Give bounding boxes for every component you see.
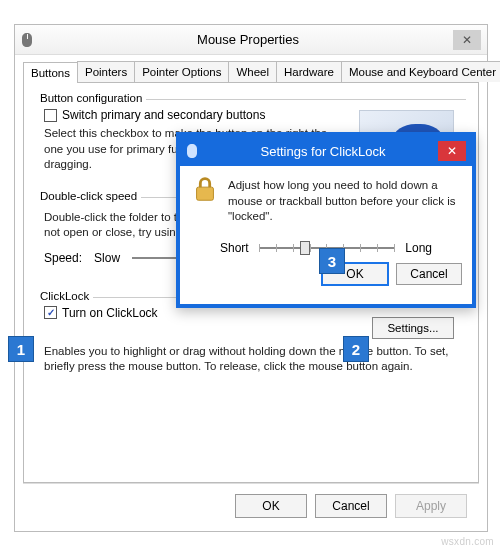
tab-pointers[interactable]: Pointers (77, 61, 135, 82)
group-clicklock: ClickLock Turn on ClickLock Settings... … (36, 297, 466, 385)
switch-buttons-checkbox[interactable] (44, 109, 57, 122)
lock-icon (190, 174, 220, 204)
switch-buttons-label: Switch primary and secondary buttons (62, 108, 265, 122)
window-title: Mouse Properties (43, 32, 453, 47)
mouse-icon (186, 143, 202, 159)
clicklock-checkbox-label: Turn on ClickLock (62, 306, 158, 320)
mouse-icon (21, 32, 37, 48)
modal-title: Settings for ClickLock (208, 144, 438, 159)
ok-button[interactable]: OK (235, 494, 307, 518)
clicklock-help: Enables you to highlight or drag without… (44, 344, 458, 375)
callout-2: 2 (343, 336, 369, 362)
slider-long-label: Long (405, 241, 432, 255)
speed-slow-label: Slow (94, 251, 120, 265)
clicklock-settings-dialog: Settings for ClickLock ✕ Adjust how long… (176, 132, 476, 308)
modal-titlebar[interactable]: Settings for ClickLock ✕ (180, 136, 472, 166)
speed-label: Speed: (44, 251, 82, 265)
close-button[interactable]: ✕ (453, 30, 481, 50)
clicklock-checkbox[interactable] (44, 306, 57, 319)
tab-pointer-options[interactable]: Pointer Options (134, 61, 229, 82)
modal-close-button[interactable]: ✕ (438, 141, 466, 161)
group-label: Button configuration (36, 92, 146, 104)
modal-cancel-button[interactable]: Cancel (396, 263, 462, 285)
group-label: ClickLock (36, 290, 93, 302)
modal-help: Adjust how long you need to hold down a … (228, 178, 462, 225)
group-label: Double-click speed (36, 190, 141, 202)
watermark: wsxdn.com (441, 536, 494, 547)
tab-strip: Buttons Pointers Pointer Options Wheel H… (23, 61, 479, 83)
tab-mouse-keyboard-center[interactable]: Mouse and Keyboard Center (341, 61, 500, 82)
slider-short-label: Short (220, 241, 249, 255)
titlebar[interactable]: Mouse Properties ✕ (15, 25, 487, 55)
slider-thumb[interactable] (300, 241, 310, 255)
tab-wheel[interactable]: Wheel (228, 61, 277, 82)
callout-3: 3 (319, 248, 345, 274)
callout-1: 1 (8, 336, 34, 362)
modal-body: Adjust how long you need to hold down a … (180, 166, 472, 233)
svg-rect-0 (197, 187, 214, 200)
tab-buttons[interactable]: Buttons (23, 62, 78, 83)
cancel-button[interactable]: Cancel (315, 494, 387, 518)
tab-hardware[interactable]: Hardware (276, 61, 342, 82)
clicklock-settings-button[interactable]: Settings... (372, 317, 454, 339)
dialog-button-row: OK Cancel Apply (23, 483, 479, 528)
apply-button: Apply (395, 494, 467, 518)
